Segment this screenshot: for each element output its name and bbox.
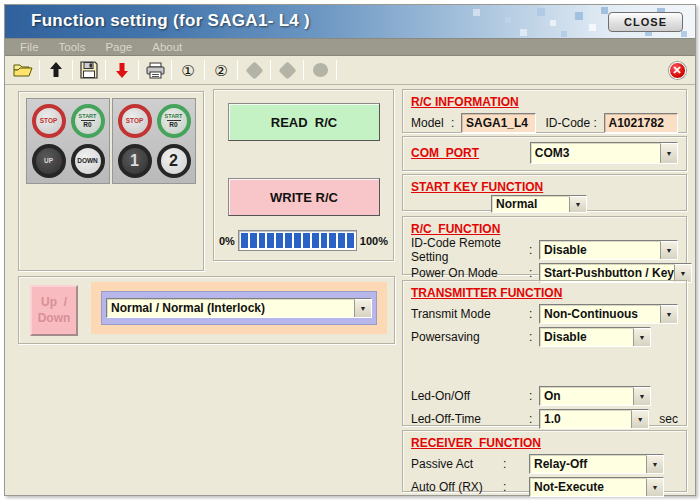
idcode-label: ID-Code: [546, 116, 594, 130]
menu-about[interactable]: About: [143, 40, 191, 54]
chevron-down-icon: ▼: [631, 410, 648, 428]
app-window: Function setting (for SAGA1- L4 ) CLOSE …: [4, 4, 696, 496]
receiver-section: RECEIVER FUNCTION Passive Act : Relay-Of…: [402, 430, 687, 492]
progress-bar: [238, 230, 357, 251]
transmit-mode-row: Transmit Mode : Non-Continuous ▼: [411, 304, 678, 324]
transmitter-title: TRANSMITTER FUNCTION: [411, 286, 678, 300]
save-button[interactable]: [77, 58, 101, 82]
keypad-panel: STOP START R0 UP DOWN STOP START R0 1 2: [18, 91, 204, 271]
updown-label-line1: Up /: [41, 295, 67, 311]
open-file-button[interactable]: [11, 58, 35, 82]
button-1-image: 1: [118, 144, 152, 178]
download-button[interactable]: [110, 58, 134, 82]
read-rc-button[interactable]: READ R/C: [228, 103, 380, 141]
led-offtime-select[interactable]: 1.0 ▼: [539, 409, 649, 429]
start-button-image: START R0: [157, 104, 191, 138]
com-port-select[interactable]: COM3 ▼: [530, 142, 678, 164]
updown-select-frame: Normal / Normal (Interlock) ▼: [91, 282, 387, 334]
transmitter-section: TRANSMITTER FUNCTION Transmit Mode : Non…: [402, 280, 687, 426]
stop-button-image: STOP: [118, 104, 152, 138]
updown-mode-value: Normal / Normal (Interlock): [107, 299, 354, 317]
idcode-remote-label: ID-Code Remote Setting: [411, 236, 529, 264]
toolbar-separator: [72, 60, 73, 80]
progress-min-label: 0%: [219, 235, 235, 247]
progress-max-label: 100%: [360, 235, 388, 247]
com-port-section: COM PORT COM3 ▼: [402, 136, 687, 171]
circled-two-icon: ②: [214, 63, 227, 78]
transmit-mode-value: Non-Continuous: [540, 305, 660, 323]
start-key-section: START KEY FUNCTION Normal ▼: [402, 174, 687, 211]
open-folder-icon: [13, 62, 33, 78]
toolbar-separator: [303, 60, 304, 80]
toolbar-separator: [270, 60, 271, 80]
gray-oval-icon: [313, 63, 328, 77]
gray-diamond-icon: [278, 61, 296, 79]
start-key-select[interactable]: Normal ▼: [491, 195, 587, 213]
transmit-mode-select[interactable]: Non-Continuous ▼: [539, 304, 678, 324]
down-arrow-icon: [114, 61, 130, 79]
chevron-down-icon: ▼: [646, 455, 663, 473]
receiver-title: RECEIVER FUNCTION: [411, 436, 678, 450]
colon: :: [529, 412, 539, 426]
toolbar-separator: [39, 60, 40, 80]
chevron-down-icon: ▼: [660, 143, 677, 163]
upload-button[interactable]: [44, 58, 68, 82]
led-offtime-label: Led-Off-Time: [411, 412, 529, 426]
powersaving-select[interactable]: Disable ▼: [539, 327, 651, 347]
chevron-down-icon: ▼: [646, 478, 663, 496]
toolbar-separator: [105, 60, 106, 80]
menu-page[interactable]: Page: [96, 40, 141, 54]
down-button-image: DOWN: [71, 144, 105, 178]
led-offtime-value: 1.0: [540, 410, 631, 428]
rc-function-section: R/C FUNCTION ID-Code Remote Setting : Di…: [402, 216, 687, 275]
transmit-mode-label: Transmit Mode: [411, 307, 529, 321]
menu-file[interactable]: File: [11, 40, 48, 54]
power-on-mode-label: Power On Mode: [411, 266, 529, 280]
close-button[interactable]: CLOSE: [608, 12, 683, 32]
com-port-value: COM3: [531, 143, 660, 163]
passive-act-select[interactable]: Relay-Off ▼: [529, 454, 664, 474]
print-button[interactable]: [143, 58, 167, 82]
toolbar-separator: [204, 60, 205, 80]
auto-off-select[interactable]: Not-Execute ▼: [529, 477, 664, 497]
led-onoff-select[interactable]: On ▼: [539, 386, 651, 406]
read-write-panel: READ R/C WRITE R/C 0% 100%: [213, 89, 394, 261]
disabled-tool-button-1: [242, 58, 266, 82]
idcode-remote-row: ID-Code Remote Setting : Disable ▼: [411, 240, 678, 260]
start-label: START: [165, 114, 183, 120]
start-button-image: START R0: [71, 104, 105, 138]
page-1-button[interactable]: ①: [176, 58, 200, 82]
chevron-down-icon: ▼: [633, 328, 650, 346]
led-onoff-label: Led-On/Off: [411, 389, 529, 403]
menu-tools[interactable]: Tools: [50, 40, 95, 54]
keypad-right-pad: STOP START R0 1 2: [112, 98, 196, 184]
menu-bar: File Tools Page About: [5, 39, 695, 56]
colon: :: [529, 243, 539, 257]
remote-keypad-image: STOP START R0 UP DOWN STOP START R0 1 2: [26, 98, 196, 184]
idcode-remote-select[interactable]: Disable ▼: [539, 240, 678, 260]
auto-off-label: Auto Off (RX): [411, 480, 503, 494]
led-offtime-unit: sec: [659, 412, 678, 426]
colon: :: [529, 389, 539, 403]
powersaving-value: Disable: [540, 328, 633, 346]
idcode-remote-value: Disable: [540, 241, 660, 259]
toolbar-separator: [237, 60, 238, 80]
close-x-icon: ✕: [669, 62, 686, 79]
write-rc-button[interactable]: WRITE R/C: [228, 178, 380, 216]
exit-button[interactable]: ✕: [665, 58, 689, 82]
title-bar: Function setting (for SAGA1- L4 ) CLOSE: [5, 5, 695, 39]
rc-information-title: R/C INFORMATION: [411, 95, 678, 109]
settings-column: R/C INFORMATION Model : SAGA1_L4 ID-Code…: [402, 89, 687, 492]
model-label: Model: [411, 116, 451, 130]
updown-button[interactable]: Up / Down: [30, 285, 78, 336]
updown-panel: Up / Down Normal / Normal (Interlock) ▼: [18, 276, 395, 344]
page-2-button[interactable]: ②: [209, 58, 233, 82]
led-offtime-row: Led-Off-Time : 1.0 ▼ sec: [411, 409, 678, 429]
rc-information-row: Model : SAGA1_L4 ID-Code : A1021782: [411, 113, 678, 133]
updown-label-line2: Down: [38, 311, 71, 327]
passive-act-value: Relay-Off: [530, 455, 646, 473]
colon: :: [503, 457, 529, 471]
keypad-left-pad: STOP START R0 UP DOWN: [26, 98, 110, 184]
client-area: STOP START R0 UP DOWN STOP START R0 1 2: [5, 85, 695, 495]
updown-mode-select[interactable]: Normal / Normal (Interlock) ▼: [106, 298, 372, 318]
